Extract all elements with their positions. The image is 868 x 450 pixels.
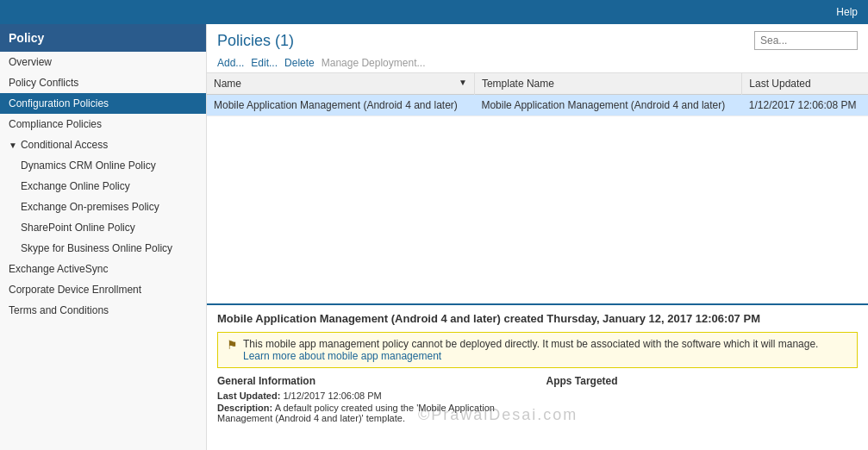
top-bar: Help <box>0 0 868 24</box>
warning-flag-icon: ⚑ <box>227 338 238 352</box>
sidebar-item-terms-conditions[interactable]: Terms and Conditions <box>0 300 206 321</box>
general-info-col: General Information Last Updated: 1/12/2… <box>217 375 529 425</box>
sidebar-item-conditional-access[interactable]: ▼ Conditional Access <box>0 134 206 155</box>
last-updated-label: Last Updated: <box>217 391 280 401</box>
sidebar-item-exchange-online[interactable]: Exchange Online Policy <box>0 176 206 197</box>
top-content: Policies (1) Add... Edit... Delete Manag… <box>207 24 868 303</box>
warning-box: ⚑ This mobile app management policy cann… <box>217 332 858 368</box>
sidebar-item-compliance-policies[interactable]: Compliance Policies <box>0 114 206 134</box>
search-input[interactable] <box>754 31 858 50</box>
learn-more-link[interactable]: Learn more about mobile app management <box>243 350 441 362</box>
apps-targeted-col: Apps Targeted <box>546 375 859 425</box>
description-label: Description: <box>217 403 272 413</box>
sidebar-item-overview[interactable]: Overview <box>0 52 206 72</box>
sidebar-item-policy-conflicts[interactable]: Policy Conflicts <box>0 72 206 93</box>
content-area: Policies (1) Add... Edit... Delete Manag… <box>207 24 868 450</box>
warning-text: This mobile app management policy cannot… <box>243 338 818 350</box>
edit-button[interactable]: Edit... <box>251 57 278 69</box>
last-updated-value: 1/12/2017 12:06:08 PM <box>283 391 381 401</box>
col-name[interactable]: Name ▼ <box>207 73 474 95</box>
add-button[interactable]: Add... <box>217 57 244 69</box>
detail-title: Mobile Application Management (Android 4… <box>217 312 858 325</box>
detail-columns: General Information Last Updated: 1/12/2… <box>217 375 858 425</box>
detail-panel: Mobile Application Management (Android 4… <box>207 303 868 450</box>
apps-targeted-title: Apps Targeted <box>546 375 859 387</box>
sort-indicator-name: ▼ <box>459 78 467 87</box>
page-title: Policies (1) <box>217 32 294 50</box>
help-link[interactable]: Help <box>836 6 858 18</box>
sidebar-item-dynamics-crm[interactable]: Dynamics CRM Online Policy <box>0 155 206 176</box>
sidebar-item-sharepoint-online[interactable]: SharePoint Online Policy <box>0 217 206 238</box>
general-info-title: General Information <box>217 375 529 387</box>
description-row: Description: A default policy created us… <box>217 403 529 423</box>
warning-content: This mobile app management policy cannot… <box>243 338 818 362</box>
sidebar-item-exchange-activesync[interactable]: Exchange ActiveSync <box>0 259 206 279</box>
last-updated-row: Last Updated: 1/12/2017 12:06:08 PM <box>217 391 529 401</box>
cell-template: Mobile Application Management (Android 4… <box>474 95 741 116</box>
sidebar-header: Policy <box>0 24 206 52</box>
policies-table-container: Name ▼ Template Name Last Updated <box>207 73 868 303</box>
manage-deployment-button: Manage Deployment... <box>322 57 426 69</box>
cell-updated: 1/12/2017 12:06:08 PM <box>742 95 868 116</box>
sidebar-item-corporate-device[interactable]: Corporate Device Enrollment <box>0 279 206 300</box>
table-row[interactable]: Mobile Application Management (Android 4… <box>207 95 868 116</box>
sidebar-item-exchange-onprem[interactable]: Exchange On-premises Policy <box>0 197 206 217</box>
col-template: Template Name <box>474 73 741 95</box>
action-buttons: Add... Edit... Delete Manage Deployment.… <box>207 53 868 73</box>
policies-table: Name ▼ Template Name Last Updated <box>207 73 868 116</box>
col-updated: Last Updated <box>742 73 868 95</box>
sidebar-item-configuration-policies[interactable]: Configuration Policies <box>0 93 206 114</box>
conditional-access-arrow: ▼ <box>9 141 17 150</box>
sidebar-item-skype-business[interactable]: Skype for Business Online Policy <box>0 238 206 259</box>
delete-button[interactable]: Delete <box>284 57 315 69</box>
sidebar: Policy Overview Policy Conflicts Configu… <box>0 24 207 450</box>
toolbar-area: Policies (1) <box>207 24 868 53</box>
cell-name: Mobile Application Management (Android 4… <box>207 95 474 116</box>
